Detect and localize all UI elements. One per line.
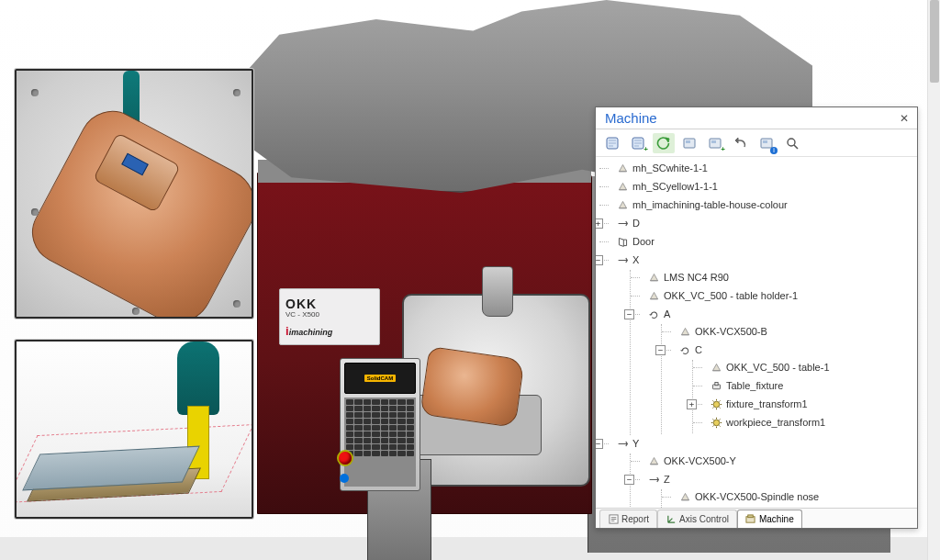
emergency-stop-button[interactable] bbox=[339, 452, 352, 465]
workpiece bbox=[420, 346, 524, 428]
tree-node-label: OKK-VCX500-Y bbox=[664, 454, 736, 468]
tree-node-row[interactable]: mh_SCyellow1-1-1 bbox=[616, 180, 718, 194]
tree-node[interactable]: −ZOKK-VCX500-Spindle noseOKK-VCX500-Z−st… bbox=[634, 472, 913, 508]
close-icon[interactable]: ✕ bbox=[897, 111, 912, 126]
inset-fixture-hole bbox=[31, 89, 39, 96]
tree-node-label: Y bbox=[632, 437, 639, 451]
collapse-icon[interactable]: − bbox=[655, 345, 666, 355]
nameplate-model: VC - X500 bbox=[285, 310, 319, 319]
panel-toolbar: ++i bbox=[596, 129, 917, 157]
tree-node-row[interactable]: X bbox=[616, 253, 639, 267]
nameplate-brand: OKK bbox=[285, 297, 317, 311]
tree-node-label: C bbox=[695, 343, 702, 357]
part-view-icon[interactable] bbox=[678, 133, 700, 153]
tree-node[interactable]: −COKK_VC_500 - table-1Table_fixture+fixt… bbox=[666, 342, 913, 434]
machine-tree-panel[interactable]: Machine ✕ ++i mh_SCwhite-1-1mh_SCyellow1… bbox=[595, 106, 918, 529]
tree-node-label: mh_SCyellow1-1-1 bbox=[632, 180, 718, 194]
collapse-icon[interactable]: − bbox=[596, 439, 603, 449]
axis-icon bbox=[616, 254, 629, 267]
tree-node-row[interactable]: OKK_VC_500 - table-1 bbox=[710, 361, 830, 375]
tree-node[interactable]: −XLMS NC4 R90OKK_VC_500 - table holder-1… bbox=[603, 252, 913, 436]
report-tab[interactable]: Report bbox=[599, 510, 657, 528]
axis-control-tab[interactable]: Axis Control bbox=[657, 510, 737, 528]
cnc-screen-brand: SolidCAM bbox=[364, 375, 396, 382]
tree-node-row[interactable]: mh_imachining-table-house-colour bbox=[616, 198, 788, 212]
inset-view-workpiece[interactable] bbox=[15, 69, 253, 319]
nameplate-technology: iimachining bbox=[285, 324, 332, 338]
tree-node[interactable]: LMS NC4 R90 bbox=[634, 270, 913, 288]
machine-spindle bbox=[482, 266, 513, 317]
axis-icon bbox=[616, 438, 629, 451]
rot-icon bbox=[678, 344, 691, 357]
expand-icon[interactable]: + bbox=[596, 218, 603, 229]
tree-node[interactable]: +fixture_transform1 bbox=[697, 397, 913, 415]
select-tool-icon[interactable] bbox=[601, 133, 623, 153]
collapse-icon[interactable]: − bbox=[624, 475, 634, 485]
tree-node-row[interactable]: OKK-VCX500-B bbox=[678, 325, 767, 339]
collapse-icon[interactable]: − bbox=[624, 309, 634, 319]
tree-node-row[interactable]: mh_SCwhite-1-1 bbox=[616, 162, 708, 175]
tree-node[interactable]: workpiece_transform1 bbox=[697, 415, 913, 433]
page-scrollbar-thumb[interactable] bbox=[930, 0, 939, 83]
cycle-start-button[interactable] bbox=[340, 474, 349, 483]
tree-node[interactable]: −AOKK-VCX500-B−COKK_VC_500 - table-1Tabl… bbox=[634, 307, 913, 435]
machine-tab[interactable]: Machine bbox=[737, 510, 802, 528]
tree-node[interactable]: OKK-VCX500-Spindle nose bbox=[666, 489, 913, 508]
refresh-tree-icon[interactable] bbox=[653, 133, 675, 153]
tree-node-row[interactable]: Y bbox=[616, 437, 639, 451]
add-component-icon[interactable]: + bbox=[627, 133, 649, 153]
tree-node[interactable]: mh_imachining-table-house-colour bbox=[603, 197, 913, 216]
mesh-icon bbox=[678, 326, 691, 339]
cnc-screen: SolidCAM bbox=[344, 363, 416, 394]
inspect-icon[interactable] bbox=[781, 133, 803, 153]
machine-icon bbox=[745, 514, 756, 525]
tree-node-row[interactable]: Door bbox=[616, 235, 655, 249]
tree-node-row[interactable]: Z bbox=[647, 473, 670, 487]
tree-node-row[interactable]: Table_fixture bbox=[710, 379, 783, 393]
fix-icon bbox=[710, 380, 722, 393]
tree-node-row[interactable]: LMS NC4 R90 bbox=[647, 271, 729, 285]
tree-node[interactable]: OKK_VC_500 - table holder-1 bbox=[634, 288, 913, 307]
page-scrollbar[interactable] bbox=[927, 0, 940, 560]
tree-node-row[interactable]: OKK-VCX500-Y bbox=[647, 454, 736, 468]
tree-node[interactable]: Table_fixture bbox=[697, 378, 913, 397]
tree-node-label: OKK_VC_500 - table-1 bbox=[726, 361, 830, 375]
inset-view-stock[interactable] bbox=[15, 340, 253, 519]
tree-node[interactable]: +D bbox=[603, 216, 913, 234]
tree-node[interactable]: −YOKK-VCX500-Y−ZOKK-VCX500-Spindle noseO… bbox=[603, 436, 913, 508]
tree-node-row[interactable]: fixture_transform1 bbox=[710, 398, 808, 411]
axis-icon bbox=[647, 474, 660, 487]
tree-node-row[interactable]: C bbox=[678, 343, 702, 357]
panel-body[interactable]: mh_SCwhite-1-1mh_SCyellow1-1-1mh_imachin… bbox=[596, 157, 917, 508]
tree-node-label: fixture_transform1 bbox=[726, 398, 808, 411]
tree-node[interactable]: mh_SCyellow1-1-1 bbox=[603, 179, 913, 197]
cnc-control-panel[interactable]: SolidCAM bbox=[340, 358, 420, 491]
expand-icon[interactable]: + bbox=[687, 399, 697, 409]
tree-node-row[interactable]: OKK_VC_500 - table holder-1 bbox=[647, 289, 798, 303]
door-icon bbox=[616, 236, 629, 249]
mesh-icon bbox=[616, 162, 629, 175]
tree-node-label: D bbox=[632, 217, 640, 230]
tree-node[interactable]: mh_SCwhite-1-1 bbox=[603, 161, 913, 179]
panel-tabs: ReportAxis ControlMachine bbox=[596, 508, 917, 528]
part-info-icon[interactable]: i bbox=[755, 133, 778, 153]
gear-icon bbox=[710, 417, 722, 430]
tree-node[interactable]: OKK-VCX500-B bbox=[666, 324, 913, 342]
axis-icon bbox=[616, 218, 629, 230]
collapse-icon[interactable]: − bbox=[596, 255, 603, 265]
tree-node-row[interactable]: A bbox=[647, 308, 670, 321]
mesh-icon bbox=[616, 181, 629, 194]
tree-node-row[interactable]: OKK-VCX500-Spindle nose bbox=[678, 490, 819, 504]
part-add-icon[interactable]: + bbox=[704, 133, 726, 153]
tree-node-row[interactable]: workpiece_transform1 bbox=[710, 416, 825, 430]
panel-header[interactable]: Machine ✕ bbox=[596, 107, 917, 129]
cnc-keypad[interactable] bbox=[344, 398, 416, 487]
gear-icon bbox=[710, 398, 722, 411]
tree-node-row[interactable]: D bbox=[616, 217, 640, 230]
tree-node[interactable]: OKK_VC_500 - table-1 bbox=[697, 360, 913, 378]
tree-node[interactable]: Door bbox=[603, 234, 913, 252]
machine-tree[interactable]: mh_SCwhite-1-1mh_SCyellow1-1-1mh_imachin… bbox=[603, 161, 913, 508]
tree-node[interactable]: OKK-VCX500-Y bbox=[634, 454, 913, 472]
mesh-icon bbox=[616, 199, 629, 212]
undo-icon[interactable] bbox=[730, 133, 752, 153]
